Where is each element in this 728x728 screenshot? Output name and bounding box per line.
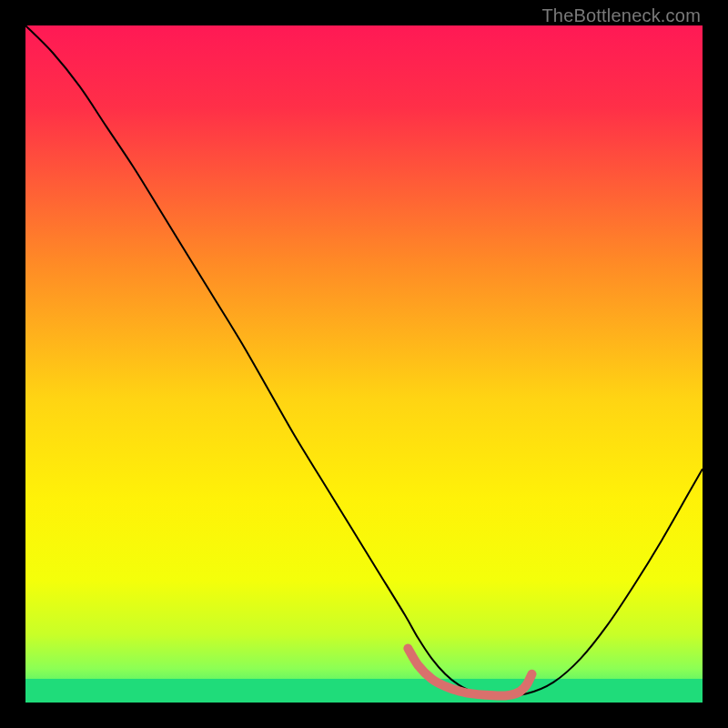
gradient-background xyxy=(25,25,703,703)
chart-frame xyxy=(25,25,703,703)
bottleneck-chart xyxy=(25,25,703,703)
optimal-green-band xyxy=(25,679,703,703)
attribution-text: TheBottleneck.com xyxy=(541,5,701,26)
